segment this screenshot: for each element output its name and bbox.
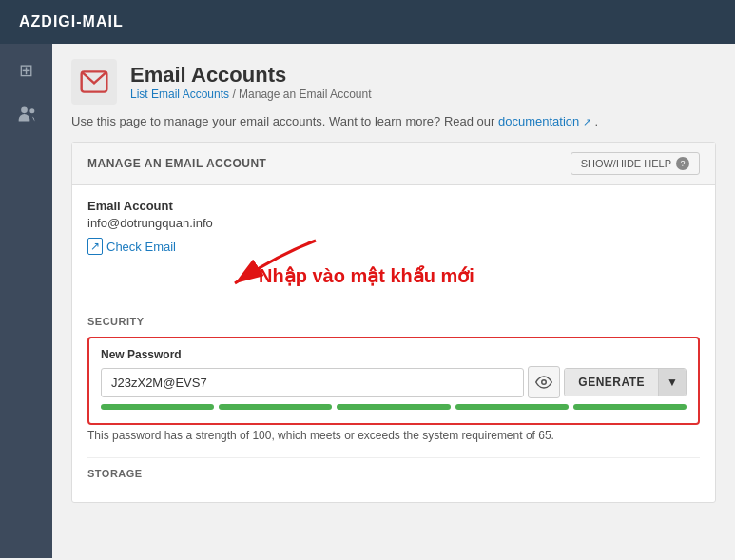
breadcrumb-link[interactable]: List Email Accounts <box>130 87 229 101</box>
strength-bar-3 <box>337 404 450 410</box>
strength-bar-1 <box>101 404 214 410</box>
page-title-block: Email Accounts List Email Accounts / Man… <box>130 63 371 101</box>
svg-point-1 <box>29 108 34 113</box>
password-section: New Password GENERATE ▼ <box>87 337 700 425</box>
page-header: Email Accounts List Email Accounts / Man… <box>71 59 716 105</box>
password-input[interactable] <box>101 368 524 397</box>
svg-point-0 <box>21 107 28 114</box>
card-body: Email Account info@dotrungquan.info ↗ Ch… <box>72 185 715 502</box>
security-section-label: SECURITY <box>87 316 700 327</box>
svg-point-4 <box>542 380 547 385</box>
generate-dropdown-button[interactable]: ▼ <box>658 369 686 396</box>
description-text: Use this page to manage your email accou… <box>71 114 716 128</box>
card-header-title: MANAGE AN EMAIL ACCOUNT <box>87 157 266 170</box>
page-icon <box>71 59 117 105</box>
toggle-password-visibility-button[interactable] <box>528 366 560 398</box>
breadcrumb: List Email Accounts / Manage an Email Ac… <box>130 87 371 101</box>
users-icon[interactable] <box>10 97 44 131</box>
external-link-icon-2: ↗ <box>87 238 103 255</box>
doc-link[interactable]: documentation ↗ <box>498 114 595 128</box>
password-input-row: GENERATE ▼ <box>101 366 687 398</box>
strength-bar-5 <box>573 404 687 410</box>
annotation-arrow <box>183 236 335 288</box>
check-email-link[interactable]: ↗ Check Email <box>87 238 700 255</box>
email-account-label: Email Account <box>87 199 700 213</box>
app-title: AZDIGI-MAIL <box>19 13 124 29</box>
annotation-container: Nhập vào mật khẩu mới <box>87 264 700 287</box>
grid-icon[interactable]: ⊞ <box>10 53 44 87</box>
breadcrumb-current: Manage an Email Account <box>239 87 371 101</box>
app-title-bar: AZDIGI-MAIL <box>0 0 735 44</box>
show-hide-help-button[interactable]: SHOW/HIDE HELP ? <box>571 152 700 175</box>
help-circle-icon: ? <box>676 157 689 170</box>
page-title: Email Accounts <box>130 63 371 87</box>
strength-bar-4 <box>455 404 569 410</box>
strength-bars <box>101 404 687 410</box>
external-link-icon: ↗ <box>583 116 591 127</box>
generate-button[interactable]: GENERATE <box>565 369 658 396</box>
generate-btn-group: GENERATE ▼ <box>564 368 687 396</box>
sidebar: ⊞ <box>0 44 52 558</box>
manage-email-card: MANAGE AN EMAIL ACCOUNT SHOW/HIDE HELP ?… <box>71 142 716 503</box>
storage-section-label: STORAGE <box>87 468 700 479</box>
main-content: Email Accounts List Email Accounts / Man… <box>52 44 735 558</box>
email-account-value: info@dotrungquan.info <box>87 216 700 230</box>
new-password-label: New Password <box>101 348 687 361</box>
strength-hint: This password has a strength of 100, whi… <box>87 429 700 442</box>
strength-bar-2 <box>219 404 332 410</box>
card-header: MANAGE AN EMAIL ACCOUNT SHOW/HIDE HELP ? <box>72 143 715 185</box>
